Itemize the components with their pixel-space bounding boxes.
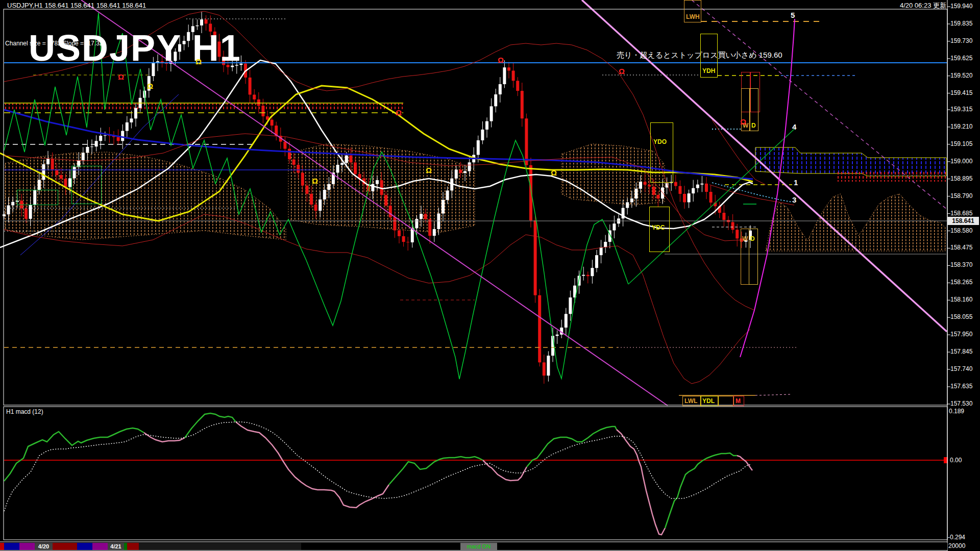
signal-symbol-icon: Ω [118,73,124,81]
channel-info-label: Channel size = 1782 Slope = -17.32 [5,40,103,46]
price-axis-label: 159.730 [950,38,972,44]
current-price-badge: 158.641 [947,217,979,225]
price-axis-label: 159.625 [950,55,972,61]
price-axis-label: 158.895 [950,176,972,182]
macd-indicator-label: H1 macd (12) [6,409,43,415]
price-axis-label: 159.415 [950,90,972,96]
price-axis-label: 158.370 [950,262,972,268]
macd-main-down [737,456,752,470]
macd-main-up [4,428,144,481]
region-red-band-right [837,170,946,182]
price-axis-label: 159.940 [950,3,972,9]
level-label-ydc: YDC [652,224,665,231]
updated-timestamp: 4/20 06:23 更新 [900,2,946,9]
timeline-segment [53,543,77,550]
price-axis-label: 157.530 [950,400,972,407]
signal-symbol-icon: Ω [498,56,504,64]
level-label-ydl: YDL [702,398,715,404]
signal-symbol-icon: Ω [426,166,432,174]
timeline-segment [4,543,19,550]
price-axis-label: 157.740 [950,366,972,372]
price-axis-label: 157.950 [950,331,972,337]
signal-symbol-icon: Ω [619,67,625,75]
macd-main-down [236,422,389,508]
price-axis-label: 159.315 [950,106,972,112]
timeline-segment [19,543,35,550]
level-label-ydo: YDO [653,139,667,145]
trade-note-annotation: 売り・超えるとストップロス買い小さめ 159.60 [617,51,782,59]
macd-signal-line [4,422,751,511]
price-axis-label: 158.580 [950,228,972,234]
level-label-w: W [742,236,748,242]
macd-main-down [144,433,185,442]
macd-toggle-button[interactable]: macd ON [460,543,497,550]
macd-scale-min: -0.294 [948,534,965,540]
timeline-segment [0,543,4,550]
wave-count-5: 5 [791,11,795,19]
macd-main-down [617,430,665,535]
timeline-segment [92,543,108,550]
empty-box [718,396,734,406]
timeline-date-label: 4/21 [108,543,124,549]
wave-count-4: 4 [792,123,796,131]
price-axis-label: 159.105 [950,141,972,147]
green-range-box-2 [71,166,102,204]
price-axis-label: 158.055 [950,314,972,320]
overlay-red-wave3 [709,185,794,205]
green-range-box-1 [17,190,58,205]
volume-scale-label: 20000 [948,543,965,549]
trading-chart-window: USDJPY,H1 158.641 158.641 158.641 158.64… [0,0,980,551]
signal-symbol-icon: Ω [195,58,202,65]
overlay-cyan-wave3 [712,183,792,202]
level-label-ydh: YDH [702,68,715,74]
price-axis-label: 157.635 [950,383,972,389]
symbol-watermark: USDJPY H1 [29,30,241,66]
macd-main-up [389,457,483,485]
overlay-red-lower [4,214,750,384]
level-label-d: D [751,122,756,129]
price-axis-label: 158.475 [950,244,972,251]
macd-main-up [527,427,617,467]
timeline-segment [139,543,301,550]
macd-main-up [665,453,737,528]
signal-symbol-icon: Ω [551,169,557,177]
overlay-pink-wave5 [740,19,795,357]
macd-scale-max: 0.189 [949,408,964,414]
level-label-d: D [750,236,755,242]
price-axis-label: 157.845 [950,348,972,355]
wave-count-3: 3 [792,196,796,204]
ydo-box [650,122,673,183]
timeline-date-label: 4/20 [35,543,53,549]
macd-main-up [185,413,236,438]
level-label-m: M [736,398,741,404]
signal-symbol-icon: Ω [396,109,402,116]
timeline-segment [127,543,139,550]
region-red-hatch-topleft [4,104,403,110]
timeline-segment [301,543,947,550]
price-axis-label: 159.835 [950,20,972,27]
price-axis-label: 158.685 [950,210,972,216]
level-label-lwh: LWH [686,14,700,20]
symbol-ohlc-line: USDJPY,H1 158.641 158.641 158.641 158.64… [7,2,146,9]
price-axis-label: 158.790 [950,193,972,199]
price-axis-label: 159.520 [950,72,972,79]
price-axis-label: 158.265 [950,279,972,285]
price-axis-label: 159.210 [950,123,972,130]
price-axis-label: 158.160 [950,296,972,303]
overlay-pink-dash-775 [755,394,790,395]
price-axis-label: 159.000 [950,158,972,164]
signal-symbol-icon: Ω [147,82,153,90]
macd-pane-frame [4,407,947,540]
level-label-lwl: LWL [684,398,697,404]
signal-symbol-icon: Ω [312,177,318,185]
macd-scale-zero: 0.00 [950,457,962,463]
region-dots-midright [561,144,665,205]
timeline-segment [77,543,92,550]
wave-count-1: 1 [794,179,798,186]
signal-symbol-icon: Ω [740,118,746,126]
